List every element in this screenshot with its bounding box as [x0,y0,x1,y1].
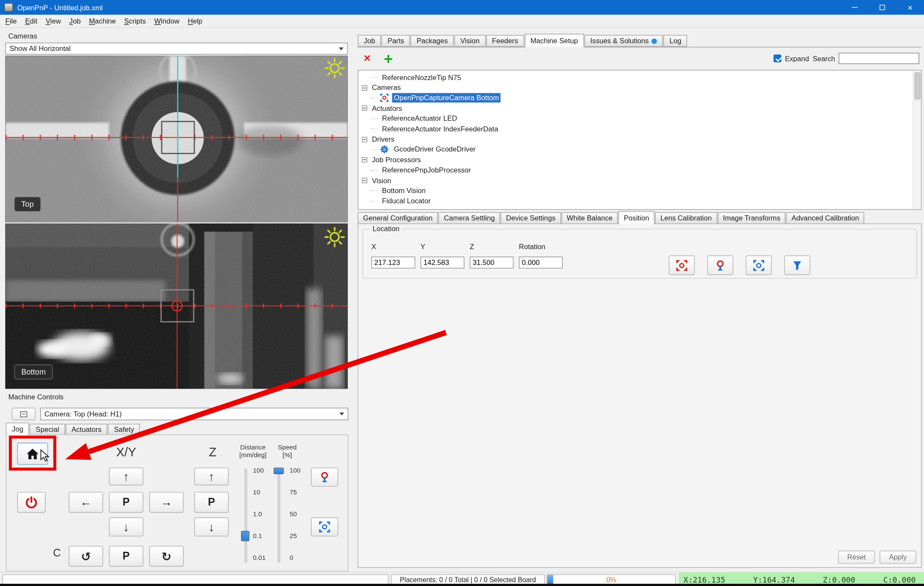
speed-slider-thumb[interactable] [274,467,284,474]
config-tab-label: Camera Settling [444,214,495,222]
tab-parts[interactable]: Parts [382,35,410,47]
jog-x-minus-button[interactable]: ← [69,492,103,512]
top-camera-view[interactable]: Top [5,56,347,222]
tab-label: Packages [417,37,448,45]
menu-edit[interactable]: Edit [21,15,41,27]
menu-machine[interactable]: Machine [85,15,120,27]
brightness-icon[interactable] [323,57,346,80]
location-group-title: Location [370,225,402,233]
delete-button[interactable]: × [364,51,370,65]
screen-edge [0,584,924,586]
tree-item-referenceactuator-led[interactable]: ReferenceActuator LED [358,113,921,124]
config-tab-position[interactable]: Position [619,211,654,225]
tree-scrollbar[interactable] [913,71,921,209]
reset-button[interactable]: Reset [838,550,875,563]
minimize-button[interactable] [841,0,868,15]
park-c-button[interactable]: P [109,546,143,566]
menu-window[interactable]: Window [150,15,184,27]
jog-c-cw-button[interactable]: ↻ [149,546,184,566]
add-button[interactable]: + [384,50,393,68]
tree-item-vision[interactable]: Vision [358,176,921,186]
location-rotation-input[interactable] [519,257,563,269]
tree-item-drivers[interactable]: Drivers [358,134,921,144]
jog-y-plus-button[interactable]: ↑ [109,467,143,485]
tree-expander-icon[interactable] [362,85,367,90]
location-x-input[interactable] [371,257,415,269]
config-tab-camera-settling[interactable]: Camera Settling [438,212,500,224]
tree-item-referencepnpjobprocessor[interactable]: ReferencePnpJobProcessor [358,165,921,176]
mc-tab-jog[interactable]: Jog [6,422,29,435]
jog-z-minus-button[interactable]: ↓ [194,518,228,536]
tab-log[interactable]: Log [663,35,687,47]
tree-item-job-processors[interactable]: Job Processors [358,155,921,165]
jog-y-minus-button[interactable]: ↓ [109,518,143,536]
config-tab-image-transforms[interactable]: Image Transforms [718,212,786,224]
tab-vision[interactable]: Vision [454,35,486,47]
jog-x-plus-button[interactable]: → [149,492,184,512]
tree-item-label: ReferenceActuator LED [380,114,459,123]
tab-issues-solutions[interactable]: Issues & Solutions [584,35,663,47]
mc-tab-special[interactable]: Special [30,424,65,435]
config-tab-general-configuration[interactable]: General Configuration [358,212,438,224]
mc-tab-safety[interactable]: Safety [108,424,140,435]
menu-job[interactable]: Job [65,15,85,27]
config-tab-lens-calibration[interactable]: Lens Calibration [655,212,717,224]
tab-machine-setup[interactable]: Machine Setup [524,34,584,48]
capture-nozzle-button[interactable] [311,467,338,486]
apply-button[interactable]: Apply [880,550,916,563]
camera-view-selector[interactable]: Show All Horizontal [5,43,347,55]
tree-expander-icon[interactable] [362,137,367,142]
menu-help[interactable]: Help [184,15,207,27]
config-tab-advanced-calibration[interactable]: Advanced Calibration [786,212,865,224]
tree-item-referencenozzletip-n75[interactable]: ReferenceNozzleTip N75 [358,72,921,83]
bottom-camera-view[interactable]: Bottom [5,223,347,389]
tree-expander-icon[interactable] [362,157,367,162]
distance-slider-thumb[interactable] [241,531,249,541]
tree-item-label: Actuators [370,104,404,113]
jog-camera-selector[interactable]: Camera: Top (Head: H1) [40,408,348,420]
park-xy-button[interactable]: P [109,492,143,512]
close-button[interactable]: × [896,0,924,15]
tree-scrollbar-thumb[interactable] [915,72,921,100]
menu-view[interactable]: View [41,15,65,27]
config-tab-device-settings[interactable]: Device Settings [501,212,561,224]
tab-packages[interactable]: Packages [411,35,454,47]
location-z-input[interactable] [470,257,513,269]
location-y-input[interactable] [421,257,464,269]
position-camera-button[interactable] [746,256,772,275]
capture-camera-location-button[interactable] [669,256,695,275]
collapse-button[interactable] [12,408,36,420]
tree-item-fiducal-locator[interactable]: Fiducal Locator [358,196,921,206]
tree-expander-icon[interactable] [362,106,367,111]
distance-slider[interactable] [245,469,247,562]
tree-item-cameras[interactable]: Cameras [358,83,921,93]
menu-bar: FileEditViewJobMachineScriptsWindowHelp [0,15,924,28]
brightness-icon[interactable] [323,226,346,249]
move-camera-button[interactable] [311,518,338,536]
tree-item-actuators[interactable]: Actuators [358,103,921,113]
bottom-camera-badge: Bottom [14,365,53,380]
jog-c-ccw-button[interactable]: ↺ [69,546,103,566]
tab-feeders[interactable]: Feeders [486,35,524,47]
mc-tab-actuators[interactable]: Actuators [65,424,107,435]
tree-item-referenceactuator-indexfeederdata[interactable]: ReferenceActuator IndexFeederData [358,124,921,134]
home-button[interactable] [17,443,48,464]
menu-file[interactable]: File [1,15,21,27]
jog-z-plus-button[interactable]: ↑ [194,467,228,485]
tree-item-openpnpcapturecamera-bottom[interactable]: OpenPnpCaptureCamera Bottom [358,93,921,103]
capture-nozzle-location-button[interactable] [707,256,733,275]
power-button[interactable] [17,492,45,512]
config-tab-white-balance[interactable]: White Balance [561,212,618,224]
park-z-axis-button[interactable]: P [194,492,228,512]
menu-scripts[interactable]: Scripts [120,15,150,27]
tab-job[interactable]: Job [358,35,381,47]
distance-unit-label: [mm/deg] [236,451,270,458]
tree-expander-icon[interactable] [362,178,367,183]
maximize-button[interactable] [868,0,896,15]
search-input[interactable] [839,53,919,64]
tree-item-bottom-vision[interactable]: Bottom Vision [358,186,921,196]
position-tool-button[interactable] [784,256,810,275]
expand-checkbox[interactable] [774,54,782,62]
tree-item-gcodedriver-gcodedriver[interactable]: GcodeDriver GcodeDriver [358,144,921,155]
speed-slider[interactable] [278,469,280,562]
